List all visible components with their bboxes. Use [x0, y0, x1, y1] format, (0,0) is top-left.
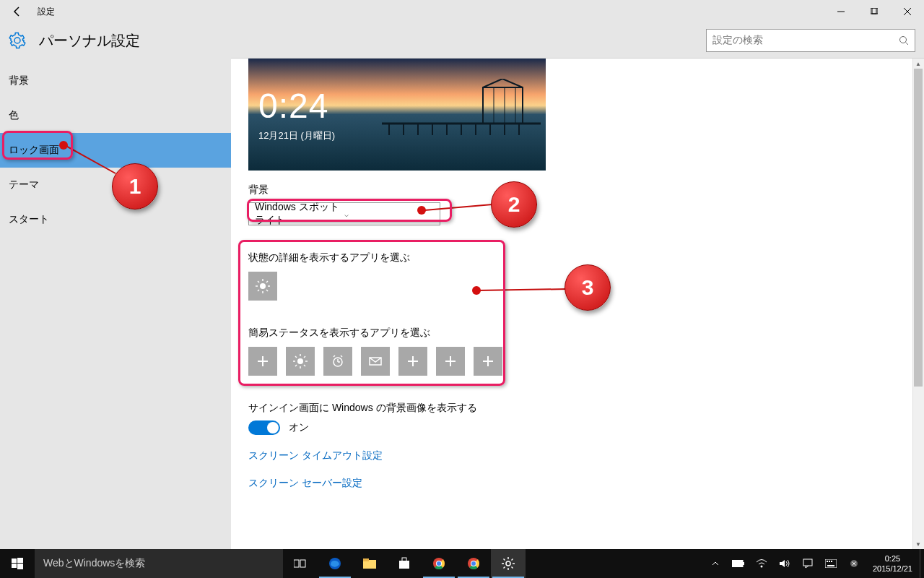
- weather-icon: [256, 279, 270, 293]
- scroll-down-icon[interactable]: ▼: [912, 539, 924, 549]
- detailed-status-tile[interactable]: [248, 272, 277, 301]
- svg-line-43: [295, 365, 297, 366]
- svg-rect-89: [732, 560, 743, 567]
- minimize-button[interactable]: [824, 0, 858, 23]
- svg-line-6: [906, 43, 909, 46]
- svg-line-47: [334, 355, 335, 357]
- weather-icon: [293, 354, 308, 368]
- back-button[interactable]: [0, 0, 35, 23]
- quick-status-tile-1[interactable]: [286, 347, 315, 376]
- quick-status-tile-6[interactable]: [474, 347, 502, 376]
- tray-notifications-icon[interactable]: [796, 549, 819, 578]
- taskbar-app-chrome-1[interactable]: [422, 549, 456, 578]
- show-desktop-button[interactable]: [920, 549, 924, 578]
- preview-scenery: [382, 79, 541, 137]
- windows-icon: [12, 558, 23, 569]
- maximize-button[interactable]: [858, 0, 891, 23]
- store-icon: [398, 557, 411, 570]
- svg-point-91: [760, 566, 762, 568]
- dropdown-value: Windows スポットライト: [255, 201, 344, 227]
- callout-3: 3: [565, 264, 611, 311]
- tray-wifi-icon[interactable]: [750, 549, 773, 578]
- close-button[interactable]: [891, 0, 924, 23]
- quick-status-tile-4[interactable]: [398, 347, 427, 376]
- background-dropdown[interactable]: Windows スポットライト ⌵: [248, 202, 440, 225]
- svg-rect-62: [17, 564, 23, 569]
- plus-icon: [256, 354, 270, 368]
- svg-line-41: [304, 365, 305, 366]
- svg-rect-18: [483, 87, 523, 124]
- tray-close-icon[interactable]: [842, 549, 866, 578]
- scroll-thumb[interactable]: [914, 69, 923, 387]
- quick-status-tile-3[interactable]: [361, 347, 390, 376]
- tray-overflow[interactable]: [704, 549, 727, 578]
- toggle-state-label: オン: [289, 421, 309, 434]
- quick-status-tile-0[interactable]: [248, 347, 277, 376]
- mail-icon: [368, 354, 383, 368]
- edge-icon: [328, 556, 342, 571]
- folder-icon: [363, 558, 376, 569]
- svg-point-5: [900, 37, 907, 43]
- tray-ime-icon[interactable]: [819, 549, 842, 578]
- callout-1: 1: [112, 163, 158, 210]
- tray-volume-icon[interactable]: [773, 549, 796, 578]
- taskbar-app-explorer[interactable]: [352, 549, 387, 578]
- svg-point-74: [437, 561, 441, 566]
- search-icon: [899, 35, 909, 46]
- taskbar-search[interactable]: WebとWindowsを検索: [35, 549, 283, 578]
- preview-date: 12月21日 (月曜日): [258, 129, 335, 142]
- screensaver-settings-link[interactable]: スクリーン セーバー設定: [248, 477, 907, 490]
- anchor-dot-1: [59, 141, 68, 150]
- svg-line-20: [502, 79, 523, 87]
- svg-line-42: [304, 356, 305, 358]
- taskbar-app-store[interactable]: [387, 549, 422, 578]
- svg-rect-90: [743, 562, 744, 565]
- quick-status-label: 簡易ステータスを表示するアプリを選ぶ: [248, 327, 907, 340]
- task-view-button[interactable]: [283, 549, 318, 578]
- quick-status-tile-5[interactable]: [436, 347, 465, 376]
- svg-line-40: [295, 356, 297, 358]
- sidebar-item-lock-screen[interactable]: ロック画面: [0, 133, 231, 168]
- anchor-dot-3: [472, 286, 481, 295]
- gear-icon: [502, 557, 515, 570]
- header: パーソナル設定 設定の検索: [0, 23, 924, 58]
- sidebar-item-start[interactable]: スタート: [0, 202, 231, 237]
- svg-line-32: [258, 290, 259, 291]
- search-input[interactable]: 設定の検索: [706, 29, 915, 52]
- sidebar-item-background[interactable]: 背景: [0, 64, 231, 98]
- signin-bg-toggle[interactable]: [248, 420, 280, 435]
- preview-time: 0:24: [258, 86, 328, 126]
- svg-rect-59: [12, 558, 17, 563]
- taskbar-app-chrome-2[interactable]: [456, 549, 491, 578]
- scroll-up-icon[interactable]: ▲: [912, 59, 924, 69]
- search-placeholder: 設定の検索: [712, 34, 899, 47]
- svg-rect-63: [294, 560, 299, 567]
- sidebar-item-color[interactable]: 色: [0, 98, 231, 133]
- plus-icon: [406, 354, 420, 368]
- tray-battery-icon[interactable]: [727, 549, 750, 578]
- svg-line-88: [504, 567, 505, 569]
- taskbar-clock[interactable]: 0:25 2015/12/21: [866, 553, 920, 574]
- svg-rect-64: [300, 560, 305, 567]
- svg-line-86: [512, 567, 513, 569]
- quick-status-tile-2[interactable]: [323, 347, 352, 376]
- svg-line-87: [512, 559, 513, 561]
- window-title: 設定: [35, 6, 55, 18]
- svg-line-48: [341, 355, 342, 357]
- callout-2: 2: [491, 181, 537, 228]
- svg-rect-60: [17, 558, 23, 563]
- svg-line-85: [504, 559, 505, 561]
- svg-point-79: [471, 561, 476, 566]
- anchor-dot-2: [417, 206, 426, 215]
- taskbar-app-edge[interactable]: [318, 549, 352, 578]
- taskbar-app-settings[interactable]: [491, 549, 526, 578]
- svg-rect-94: [827, 561, 828, 562]
- start-button[interactable]: [0, 549, 35, 578]
- svg-rect-95: [829, 561, 830, 562]
- chrome-icon: [467, 557, 480, 570]
- timeout-settings-link[interactable]: スクリーン タイムアウト設定: [248, 449, 907, 462]
- svg-line-31: [266, 281, 268, 282]
- svg-rect-2: [872, 8, 878, 14]
- scrollbar[interactable]: ▲ ▼: [912, 59, 924, 549]
- gear-icon: [9, 32, 26, 49]
